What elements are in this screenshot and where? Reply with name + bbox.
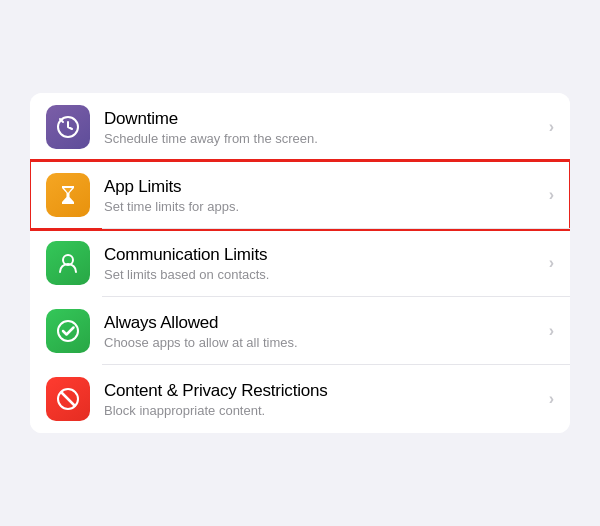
communication-limits-item[interactable]: Communication Limits Set limits based on… bbox=[30, 229, 570, 297]
communication-limits-subtitle: Set limits based on contacts. bbox=[104, 267, 541, 282]
svg-rect-2 bbox=[62, 202, 74, 204]
downtime-title: Downtime bbox=[104, 109, 541, 129]
communication-limits-chevron: › bbox=[549, 254, 554, 272]
communication-limits-icon bbox=[46, 241, 90, 285]
downtime-text: Downtime Schedule time away from the scr… bbox=[104, 109, 541, 146]
content-privacy-text: Content & Privacy Restrictions Block ina… bbox=[104, 381, 541, 418]
communication-limits-text: Communication Limits Set limits based on… bbox=[104, 245, 541, 282]
app-limits-icon bbox=[46, 173, 90, 217]
content-privacy-chevron: › bbox=[549, 390, 554, 408]
always-allowed-title: Always Allowed bbox=[104, 313, 541, 333]
svg-rect-1 bbox=[62, 186, 74, 188]
content-privacy-icon bbox=[46, 377, 90, 421]
downtime-icon bbox=[46, 105, 90, 149]
app-limits-text: App Limits Set time limits for apps. bbox=[104, 177, 541, 214]
svg-line-6 bbox=[62, 393, 75, 406]
downtime-item[interactable]: Downtime Schedule time away from the scr… bbox=[30, 93, 570, 161]
downtime-subtitle: Schedule time away from the screen. bbox=[104, 131, 541, 146]
content-privacy-subtitle: Block inappropriate content. bbox=[104, 403, 541, 418]
app-limits-chevron: › bbox=[549, 186, 554, 204]
downtime-chevron: › bbox=[549, 118, 554, 136]
app-limits-subtitle: Set time limits for apps. bbox=[104, 199, 541, 214]
always-allowed-chevron: › bbox=[549, 322, 554, 340]
content-privacy-title: Content & Privacy Restrictions bbox=[104, 381, 541, 401]
communication-limits-title: Communication Limits bbox=[104, 245, 541, 265]
always-allowed-text: Always Allowed Choose apps to allow at a… bbox=[104, 313, 541, 350]
app-limits-item[interactable]: App Limits Set time limits for apps. › bbox=[30, 161, 570, 229]
svg-point-4 bbox=[58, 321, 78, 341]
always-allowed-icon bbox=[46, 309, 90, 353]
app-limits-title: App Limits bbox=[104, 177, 541, 197]
settings-list: Downtime Schedule time away from the scr… bbox=[30, 93, 570, 433]
always-allowed-item[interactable]: Always Allowed Choose apps to allow at a… bbox=[30, 297, 570, 365]
content-privacy-item[interactable]: Content & Privacy Restrictions Block ina… bbox=[30, 365, 570, 433]
always-allowed-subtitle: Choose apps to allow at all times. bbox=[104, 335, 541, 350]
